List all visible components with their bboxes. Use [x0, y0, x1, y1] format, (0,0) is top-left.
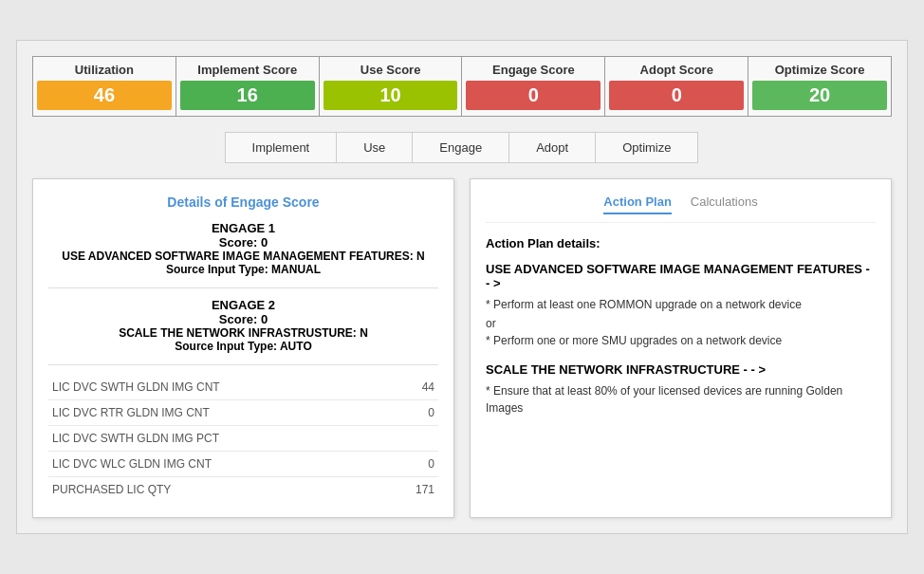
score-cell-implement-score: Implement Score16: [176, 57, 320, 116]
tabs-container: ImplementUseEngageAdoptOptimize: [32, 132, 892, 163]
score-cell-use-score: Use Score10: [320, 57, 463, 116]
left-panel: Details of Engage Score ENGAGE 1Score: 0…: [32, 178, 454, 518]
tab-use[interactable]: Use: [336, 132, 413, 163]
content-area: Details of Engage Score ENGAGE 1Score: 0…: [32, 178, 892, 518]
action-item: or: [486, 317, 876, 330]
engage-block-1: ENGAGE 1Score: 0USE ADVANCED SOFTWARE IM…: [48, 221, 438, 276]
divider: [48, 364, 438, 365]
divider: [48, 287, 438, 288]
row-label: PURCHASED LIC QTY: [52, 483, 171, 496]
row-value: 0: [428, 406, 434, 419]
engage-feature: USE ADVANCED SOFTWARE IMAGE MANAGEMENT F…: [48, 250, 438, 263]
score-cell-adopt-score: Adopt Score0: [605, 57, 748, 116]
score-label: Use Score: [323, 63, 458, 77]
panel-title: Details of Engage Score: [48, 194, 438, 210]
score-cell-utilization: Utilization46: [33, 57, 176, 116]
data-row: PURCHASED LIC QTY171: [48, 477, 438, 502]
action-feature-title: SCALE THE NETWORK INFRASTRUCTURE - - >: [486, 362, 876, 377]
action-feature-title: USE ADVANCED SOFTWARE IMAGE MANAGEMENT F…: [486, 262, 876, 290]
action-item: * Ensure that at least 80% of your licen…: [486, 382, 876, 417]
engage-score: Score: 0: [48, 312, 438, 326]
engage-feature: SCALE THE NETWORK INFRASTRUSTURE: N: [48, 326, 438, 340]
action-plan-title: Action Plan details:: [486, 236, 876, 250]
tab-implement[interactable]: Implement: [225, 132, 338, 163]
data-row: LIC DVC RTR GLDN IMG CNT0: [48, 400, 438, 426]
engage-score: Score: 0: [48, 235, 438, 250]
engage-name: ENGAGE 2: [48, 298, 438, 312]
action-section-2: SCALE THE NETWORK INFRASTRUCTURE - - >* …: [486, 362, 876, 417]
action-item: * Perform at least one ROMMON upgrade on…: [486, 296, 876, 313]
row-label: LIC DVC SWTH GLDN IMG CNT: [52, 380, 220, 394]
tab-optimize[interactable]: Optimize: [595, 132, 698, 163]
data-row: LIC DVC SWTH GLDN IMG CNT44: [48, 375, 438, 400]
score-value: 16: [180, 81, 315, 110]
score-header: Utilization46Implement Score16Use Score1…: [32, 56, 892, 117]
score-label: Implement Score: [180, 63, 315, 77]
score-label: Optimize Score: [752, 63, 887, 77]
row-value: 0: [428, 457, 434, 471]
row-label: LIC DVC SWTH GLDN IMG PCT: [52, 432, 219, 445]
row-label: LIC DVC WLC GLDN IMG CNT: [52, 457, 212, 471]
score-value: 0: [466, 81, 601, 110]
data-row: LIC DVC SWTH GLDN IMG PCT: [48, 426, 438, 452]
row-value: 171: [416, 483, 434, 496]
score-value: 46: [37, 81, 172, 110]
score-cell-optimize-score: Optimize Score20: [748, 57, 891, 116]
score-label: Adopt Score: [609, 63, 744, 77]
score-cell-engage-score: Engage Score0: [462, 57, 605, 116]
row-label: LIC DVC RTR GLDN IMG CNT: [52, 406, 210, 419]
score-label: Engage Score: [466, 63, 601, 77]
tab-adopt[interactable]: Adopt: [508, 132, 596, 163]
right-tabs: Action PlanCalculations: [486, 194, 876, 223]
data-row: LIC DVC WLC GLDN IMG CNT0: [48, 452, 438, 477]
right-tab-action-plan[interactable]: Action Plan: [603, 194, 672, 214]
right-tab-calculations[interactable]: Calculations: [691, 194, 758, 214]
action-item: * Perform one or more SMU upgrades on a …: [486, 332, 876, 349]
score-value: 10: [323, 81, 458, 110]
action-section-1: USE ADVANCED SOFTWARE IMAGE MANAGEMENT F…: [486, 262, 876, 349]
right-panel: Action PlanCalculations Action Plan deta…: [470, 178, 892, 518]
engage-source: Source Input Type: MANUAL: [48, 263, 438, 276]
engage-name: ENGAGE 1: [48, 221, 438, 235]
score-value: 0: [609, 81, 744, 110]
engage-block-2: ENGAGE 2Score: 0SCALE THE NETWORK INFRAS…: [48, 298, 438, 353]
row-value: 44: [422, 380, 434, 394]
engage-source: Source Input Type: AUTO: [48, 340, 438, 353]
score-label: Utilization: [37, 63, 172, 77]
main-container: Utilization46Implement Score16Use Score1…: [16, 40, 908, 534]
tab-engage[interactable]: Engage: [412, 132, 509, 163]
score-value: 20: [752, 81, 887, 110]
